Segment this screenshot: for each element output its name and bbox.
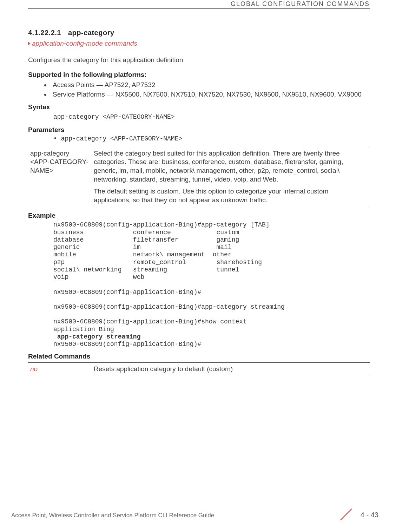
footer: Access Point, Wireless Controller and Se…: [11, 509, 378, 519]
example-heading: Example: [28, 211, 370, 220]
parameters-line: • app-category <APP-CATEGORY-NAME>: [53, 135, 370, 143]
platforms-heading: Supported in the following platforms:: [28, 71, 370, 79]
section-heading: 4.1.22.2.1app-category: [28, 28, 370, 37]
example-line: social\ networking streaming tunnel: [53, 266, 239, 273]
list-item: Service Platforms — NX5500, NX7500, NX75…: [51, 90, 370, 99]
example-line: nx9500-6C8809(config-application-Bing)#: [53, 341, 201, 348]
example-line: p2p remote_control sharehosting: [53, 259, 262, 266]
footer-guide-title: Access Point, Wireless Controller and Se…: [11, 512, 214, 519]
syntax-heading: Syntax: [28, 103, 370, 112]
related-desc-cell: Resets application category to default (…: [92, 363, 370, 376]
footer-page-number: 4 - 43: [361, 510, 378, 519]
parameters-heading: Parameters: [28, 126, 370, 134]
example-line: nx9500-6C8809(config-application-Bing)#a…: [53, 221, 270, 228]
example-line: database filetransfer gaming: [53, 236, 239, 243]
table-row: app-category <APP-CATEGORY-NAME> Select …: [28, 147, 370, 207]
breadcrumb: application-config-mode commands: [28, 39, 370, 48]
param-desc-p2: The default setting is custom. Use this …: [94, 187, 366, 204]
example-line: mobile network\ management other: [53, 251, 232, 258]
syntax-line: app-category <APP-CATEGORY-NAME>: [53, 113, 370, 121]
table-row: no Resets application category to defaul…: [28, 363, 370, 376]
related-cmd-cell: no: [28, 363, 92, 376]
example-line: generic im mail: [53, 244, 232, 251]
parameters-table: app-category <APP-CATEGORY-NAME> Select …: [28, 147, 370, 207]
param-desc-p1: Select the category best suited for this…: [94, 149, 366, 184]
example-line: voip web: [53, 274, 144, 281]
example-line-bold: app-category streaming: [53, 333, 140, 340]
page: GLOBAL CONFIGURATION COMMANDS 4.1.22.2.1…: [0, 0, 396, 532]
related-commands-table: no Resets application category to defaul…: [28, 362, 370, 376]
section-description: Configures the category for this applica…: [28, 56, 370, 65]
breadcrumb-arrow-icon: [28, 42, 31, 45]
section-title: app-category: [68, 29, 114, 37]
param-name-cell: app-category <APP-CATEGORY-NAME>: [28, 147, 92, 207]
param-desc-cell: Select the category best suited for this…: [92, 147, 370, 207]
example-line: nx9500-6C8809(config-application-Bing)#: [53, 289, 201, 296]
example-block: nx9500-6C8809(config-application-Bing)#a…: [53, 221, 370, 348]
example-line: application Bing: [53, 326, 114, 333]
content-area: 4.1.22.2.1app-category application-confi…: [28, 28, 370, 376]
footer-slash-icon: [338, 507, 354, 522]
breadcrumb-text: application-config-mode commands: [32, 40, 137, 47]
example-line: nx9500-6C8809(config-application-Bing)#s…: [53, 318, 247, 325]
svg-line-0: [341, 509, 352, 520]
example-line: nx9500-6C8809(config-application-Bing)#a…: [53, 303, 285, 310]
list-item: Access Points — AP7522, AP7532: [51, 81, 370, 90]
header-rule: [28, 8, 370, 9]
running-header: GLOBAL CONFIGURATION COMMANDS: [231, 0, 370, 8]
platforms-list: Access Points — AP7522, AP7532 Service P…: [28, 81, 370, 99]
related-heading: Related Commands: [28, 352, 370, 361]
section-number: 4.1.22.2.1: [28, 29, 61, 37]
example-line: business conference custom: [53, 229, 239, 236]
